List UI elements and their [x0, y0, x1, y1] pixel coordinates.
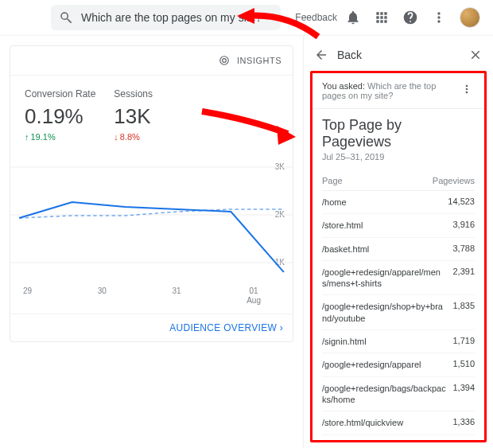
- target-icon: [216, 53, 232, 68]
- main-column: INSIGHTS Conversion Rate 0.19% ↑19.1% Se…: [0, 36, 304, 448]
- pageviews-value: 3,916: [452, 220, 475, 231]
- x-axis: 29 30 31 01Aug: [23, 286, 261, 306]
- top-right-actions: [345, 7, 485, 28]
- table-row[interactable]: /google+redesign/shop+by+brand/youtube1,…: [322, 295, 475, 330]
- table-row[interactable]: /store.html3,916: [322, 214, 475, 237]
- table-row[interactable]: /google+redesign/apparel/mens/mens+t-shi…: [322, 261, 475, 296]
- svg-point-0: [220, 56, 229, 65]
- metric-delta: ↓8.8%: [114, 132, 188, 142]
- topbar: Feedback: [0, 0, 493, 36]
- pageviews-value: 1,835: [452, 301, 475, 324]
- metric-sessions[interactable]: Sessions 13K ↓8.8%: [114, 88, 188, 142]
- page-path: /signin.html: [322, 336, 446, 347]
- insights-label: INSIGHTS: [237, 56, 281, 65]
- col-pageviews: Pageviews: [433, 176, 475, 185]
- table-row[interactable]: /home14,523: [322, 191, 475, 214]
- arrow-down-icon: ↓: [114, 132, 118, 142]
- insights-panel-column: Back You asked: Which are the top pages …: [304, 36, 493, 448]
- you-asked-row: You asked: Which are the top pages on my…: [322, 81, 475, 107]
- pageviews-value: 1,510: [452, 359, 475, 370]
- apps-icon[interactable]: [374, 10, 390, 25]
- page-path: /google+redesign/apparel/mens/mens+t-shi…: [322, 267, 446, 290]
- page-path: /asearch.html: [322, 441, 446, 442]
- table-row[interactable]: /google+redesign/bags/backpacks/home1,39…: [322, 377, 475, 412]
- close-icon[interactable]: [468, 47, 483, 63]
- table-row[interactable]: /store.html/quickview1,336: [322, 411, 475, 434]
- page-path: /google+redesign/bags/backpacks/home: [322, 383, 446, 406]
- audience-overview-link[interactable]: AUDIENCE OVERVIEW ›: [10, 314, 293, 341]
- svg-point-1: [223, 59, 227, 63]
- back-label[interactable]: Back: [337, 49, 362, 61]
- pageviews-value: 14,523: [448, 197, 475, 208]
- back-arrow-icon[interactable]: [313, 47, 329, 63]
- page-path: /store.html/quickview: [322, 417, 446, 428]
- feedback-link[interactable]: Feedback: [295, 12, 337, 23]
- x-tick: 31: [172, 286, 181, 306]
- x-tick: 01Aug: [246, 286, 261, 306]
- page-path: /store.html: [322, 220, 446, 231]
- bell-icon[interactable]: [345, 10, 361, 25]
- table-row[interactable]: /basket.html3,788: [322, 238, 475, 261]
- more-icon[interactable]: [459, 81, 475, 97]
- x-tick: 30: [98, 286, 107, 306]
- arrow-up-icon: ↑: [25, 132, 29, 142]
- pageviews-value: 1,394: [452, 383, 475, 406]
- pageviews-value: 3,788: [452, 243, 475, 255]
- page-path: /google+redesign/shop+by+brand/youtube: [322, 301, 446, 324]
- metric-delta: ↑19.1%: [25, 132, 99, 142]
- table-row[interactable]: /google+redesign/apparel1,510: [322, 353, 475, 376]
- chevron-right-icon: ›: [280, 322, 283, 333]
- page-path: /home: [322, 197, 441, 208]
- table-row[interactable]: /asearch.html1,217: [322, 435, 475, 442]
- table-header: Page Pageviews: [322, 171, 475, 191]
- summary-card: INSIGHTS Conversion Rate 0.19% ↑19.1% Se…: [10, 45, 293, 342]
- page-path: /basket.html: [322, 243, 446, 255]
- table-body: /home14,523/store.html3,916/basket.html3…: [322, 191, 475, 442]
- panel-title: Top Page by Pageviews: [322, 117, 475, 150]
- pageviews-value: 1,719: [452, 336, 475, 347]
- search-icon: [59, 10, 73, 25]
- col-page: Page: [322, 176, 343, 185]
- x-tick: 29: [23, 286, 32, 306]
- date-range: Jul 25–31, 2019: [322, 152, 475, 162]
- pageviews-value: 2,391: [452, 267, 475, 290]
- metric-label: Sessions: [114, 88, 188, 99]
- search-box[interactable]: [51, 5, 281, 30]
- metric-label: Conversion Rate: [25, 88, 99, 99]
- line-chart: 3K 2K 1K 29 30 31 01Aug: [10, 154, 293, 314]
- metric-value: 0.19%: [25, 104, 99, 129]
- insights-button[interactable]: INSIGHTS: [10, 46, 293, 76]
- metric-conversion-rate[interactable]: Conversion Rate 0.19% ↑19.1%: [25, 88, 99, 142]
- avatar[interactable]: [460, 7, 480, 28]
- page-path: /google+redesign/apparel: [322, 359, 446, 370]
- metrics-row: Conversion Rate 0.19% ↑19.1% Sessions 13…: [10, 76, 293, 146]
- help-icon[interactable]: [402, 10, 418, 25]
- pageviews-value: 1,217: [452, 441, 475, 442]
- table-row[interactable]: /signin.html1,719: [322, 330, 475, 353]
- pageviews-value: 1,336: [452, 417, 475, 428]
- search-input[interactable]: [81, 11, 273, 24]
- more-icon[interactable]: [431, 10, 447, 25]
- metric-value: 13K: [114, 104, 188, 129]
- answer-panel: You asked: Which are the top pages on my…: [310, 71, 487, 442]
